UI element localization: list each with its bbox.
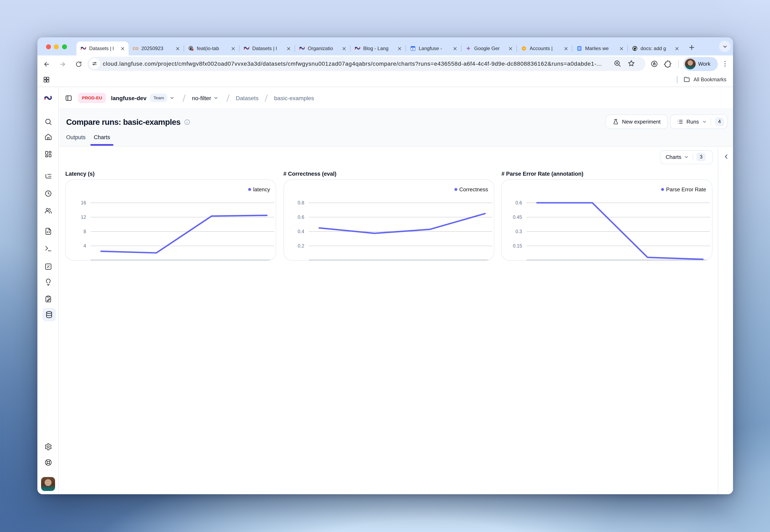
- org-name[interactable]: langfuse-dev: [111, 95, 146, 101]
- settings-icon: [44, 443, 52, 451]
- sidebar-item-datasets[interactable]: [42, 308, 56, 321]
- environment-badge[interactable]: PROD-EU: [78, 93, 106, 103]
- clipboard-pen-icon: [44, 295, 52, 303]
- tab-close-icon[interactable]: [674, 45, 680, 52]
- url-text: cloud.langfuse.com/project/cmfwgv8fx002o…: [103, 56, 621, 70]
- browser-tab-3[interactable]: Datasets | l: [240, 41, 295, 55]
- new-tab-button[interactable]: [686, 41, 697, 53]
- new-experiment-label: New experiment: [622, 119, 661, 125]
- browser-tab-7[interactable]: Google Ger: [461, 41, 516, 55]
- project-name[interactable]: no-filter: [192, 95, 211, 101]
- charts-count-badge: 3: [697, 153, 706, 162]
- zoom-window-button[interactable]: [62, 44, 67, 49]
- tab-close-icon[interactable]: [341, 45, 347, 52]
- percent-square-icon: [44, 263, 52, 270]
- reload-button[interactable]: [73, 58, 84, 70]
- browser-tab-2[interactable]: feat(io-tab: [184, 41, 239, 55]
- sidebar-item-sessions[interactable]: [40, 186, 56, 201]
- runs-button[interactable]: Runs 4: [670, 115, 727, 129]
- charts-chevron-icon: [684, 155, 689, 160]
- browser-menu-icon[interactable]: [721, 60, 729, 68]
- svg-text:0.2: 0.2: [298, 243, 304, 248]
- zoom-icon[interactable]: [614, 59, 622, 68]
- browser-tab-1[interactable]: CO20250923: [128, 41, 184, 55]
- tab-close-icon[interactable]: [286, 45, 292, 52]
- tab-close-icon[interactable]: [396, 45, 403, 52]
- sidebar-item-support[interactable]: [40, 455, 56, 470]
- org-chevron-icon[interactable]: [169, 95, 174, 101]
- tab-close-icon[interactable]: [119, 45, 126, 52]
- project-chevron-icon[interactable]: [213, 95, 219, 101]
- sidebar-item-settings[interactable]: [40, 439, 56, 454]
- apps-grid-icon[interactable]: [43, 76, 50, 83]
- tab-close-icon[interactable]: [507, 45, 513, 52]
- chart-2: # Parse Error Rate (annotation)Parse Err…: [501, 171, 712, 260]
- sidebar-item-prompts[interactable]: [40, 224, 56, 239]
- app-main: PROD-EU langfuse-dev Team / no-filter / …: [59, 87, 733, 494]
- new-experiment-button[interactable]: New experiment: [606, 115, 668, 129]
- browser-tab-4[interactable]: Organizatio: [295, 41, 350, 55]
- extensions-icon[interactable]: [664, 60, 672, 68]
- browser-tab-8[interactable]: Accounts |: [517, 41, 572, 55]
- sidebar-item-insights[interactable]: [40, 275, 56, 289]
- sidebar-item-search[interactable]: [40, 114, 56, 129]
- tab-charts[interactable]: Charts: [90, 131, 114, 146]
- sidebar-item-annotation-queues[interactable]: [40, 291, 56, 306]
- sidebar-item-tracing[interactable]: [40, 169, 56, 184]
- browser-tab-0[interactable]: Datasets | l: [76, 41, 128, 55]
- lightbulb-icon: [44, 278, 52, 286]
- org-plan-badge: Team: [150, 94, 167, 102]
- tab-outputs[interactable]: Outputs: [62, 131, 90, 146]
- sidebar-item-evaluators[interactable]: [40, 259, 56, 274]
- page-title: Compare runs: basic-examples: [66, 117, 180, 127]
- close-window-button[interactable]: [46, 44, 51, 49]
- forward-button[interactable]: [57, 58, 68, 70]
- svg-text:6: 6: [412, 47, 414, 50]
- browser-tab-5[interactable]: Blog - Lang: [351, 41, 406, 55]
- sidebar-item-users[interactable]: [40, 203, 56, 218]
- bookmark-star-icon[interactable]: [628, 59, 636, 68]
- tab-close-icon[interactable]: [230, 45, 236, 52]
- svg-text:CO: CO: [133, 46, 138, 51]
- sidebar-item-dashboards[interactable]: [40, 147, 56, 162]
- langfuse-logo[interactable]: [44, 94, 53, 103]
- info-icon[interactable]: [184, 119, 190, 125]
- browser-tab-6[interactable]: 6Langfuse -: [406, 41, 461, 55]
- browser-tab-9[interactable]: Marlies we: [572, 41, 628, 55]
- breadcrumb-datasets[interactable]: Datasets: [236, 95, 259, 101]
- charts-row: Latency (s)latency481216# Correctness (e…: [65, 171, 712, 260]
- browser-tab-10[interactable]: docs: add g: [628, 41, 683, 55]
- github-favicon: [632, 46, 638, 51]
- profile-chip[interactable]: Work: [683, 57, 718, 71]
- tab-close-icon[interactable]: [174, 45, 181, 52]
- tab-close-icon[interactable]: [452, 45, 458, 52]
- langfuse-favicon: [244, 46, 250, 51]
- site-settings-icon[interactable]: [89, 58, 100, 69]
- tree-icon: [44, 172, 52, 180]
- password-manager-icon[interactable]: [651, 60, 659, 68]
- profile-name: Work: [698, 57, 710, 71]
- gemini-favicon: [465, 46, 471, 51]
- sidebar-toggle-icon[interactable]: [65, 94, 72, 102]
- tab-close-icon[interactable]: [619, 45, 625, 52]
- user-avatar[interactable]: [41, 477, 55, 491]
- minimize-window-button[interactable]: [54, 44, 59, 49]
- tab-search-button[interactable]: [719, 41, 731, 52]
- sidebar-item-home[interactable]: [40, 130, 56, 144]
- tab-title: Datasets | l: [252, 46, 284, 51]
- page-header: Compare runs: basic-examples New experim…: [59, 109, 733, 147]
- all-bookmarks-label[interactable]: All Bookmarks: [694, 73, 726, 87]
- breadcrumb-current[interactable]: basic-examples: [274, 95, 314, 101]
- charts-selector-label: Charts: [666, 154, 682, 160]
- back-button[interactable]: [41, 58, 52, 70]
- sidebar-item-playground[interactable]: [40, 241, 56, 256]
- langfuse-app: PROD-EU langfuse-dev Team / no-filter / …: [37, 87, 733, 494]
- charts-selector-button[interactable]: Charts 3: [660, 150, 713, 164]
- all-bookmarks-folder-icon[interactable]: [683, 76, 690, 83]
- charts-content: Charts 3 Latency (s)latency481216# Corre…: [59, 147, 733, 494]
- runs-count-badge: 4: [715, 117, 724, 126]
- tab-close-icon[interactable]: [563, 45, 569, 52]
- address-bar[interactable]: cloud.langfuse.com/project/cmfwgv8fx002o…: [87, 56, 646, 71]
- profile-avatar: [685, 59, 696, 69]
- collapse-panel-icon[interactable]: [722, 152, 730, 160]
